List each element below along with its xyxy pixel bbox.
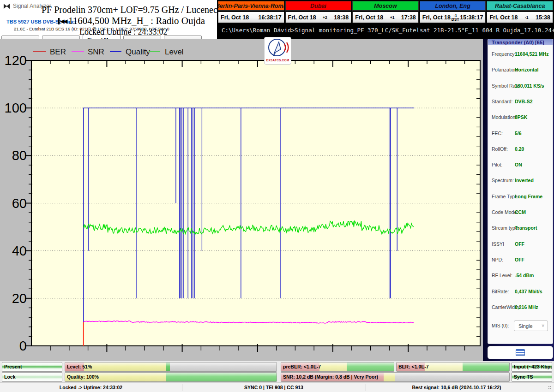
transponder-row: Standard:DVB-S2 <box>488 99 553 106</box>
clock-date: Fri, Oct 18 <box>422 14 451 21</box>
legend-label-ber: BER <box>50 48 66 56</box>
dxsatcs-logo-graphic <box>265 37 290 58</box>
signal-history-chart: 020406080100120BERSNRQualityLevel <box>0 45 483 361</box>
clock-time-cell: Fri, Oct 18+218:38 <box>285 12 352 23</box>
clock-city-header: Berlin-Paris-Vienna-Roma <box>218 1 284 11</box>
transponder-row-label: ISSYI <box>492 241 504 247</box>
chevron-down-icon: ˅ <box>542 321 544 331</box>
transponder-row: Frame Type:Long Frame <box>488 194 553 201</box>
rewind-icon[interactable]: ◀◀ <box>58 18 66 24</box>
signal-chart-region: 020406080100120BERSNRQualityLevel <box>0 39 483 361</box>
clock-city-header: Rabat-Casablanca <box>487 1 553 11</box>
transponder-row: RollOff:0.20 <box>488 146 553 154</box>
mis-dropdown[interactable]: Single ˅ <box>514 321 548 331</box>
transponder-row-label: Modulation: <box>492 114 517 120</box>
transponder-row-value: CCM <box>515 209 526 215</box>
transponder-panel-header: Transponder (A0) [65] <box>488 39 553 45</box>
svg-text:120: 120 <box>5 53 27 68</box>
clock-city-header: London, Eng <box>420 1 486 11</box>
transponder-row-label: RF Level: <box>492 273 512 278</box>
status-best-signal: Best signal: 10,6 dB (2024-10-17 16:22) <box>366 383 547 392</box>
clock-time-cell: Fri, Oct 18+117:38 <box>352 12 419 23</box>
transponder-panel: Transponder (A0) [65] Frequency:11604,52… <box>488 39 553 344</box>
transponder-row-value: 0.20 <box>515 146 524 152</box>
transponder-row-value: -54 dBm <box>515 273 534 278</box>
legend-label-quality: Quality <box>126 48 150 56</box>
transponder-row: Symbol Rate:180,011 KS/s <box>488 83 553 90</box>
ber-bar: BER: <1.0E-7 <box>396 362 510 372</box>
transponder-row: FEC:5/6 <box>488 131 553 138</box>
transponder-row-value: DVB-S2 <box>515 99 533 104</box>
console-window: Berlin-Paris-Vienna-RomaDubaiMoscowLondo… <box>217 0 554 39</box>
transponder-row-label: RollOff: <box>492 146 508 152</box>
transponder-row: BitRate:0,437 Mbit/s <box>488 289 553 296</box>
status-uptime: Locked -> Uptime: 24:33:02 <box>0 383 182 392</box>
transponder-row: Code Mode:CCM <box>488 209 553 217</box>
right-panel-zone: Transponder (A0) [65] Frequency:11604,52… <box>483 39 554 361</box>
status-bar: Locked -> Uptime: 24:33:02 SYNC 0 | TEI … <box>0 382 554 392</box>
transponder-row-value: 0,437 Mbit/s <box>515 289 542 294</box>
world-clocks: Berlin-Paris-Vienna-RomaDubaiMoscowLondo… <box>218 1 553 23</box>
lock-indicator: Lock <box>2 372 62 382</box>
transponder-row-value: ON <box>515 162 522 167</box>
transponder-row: RF Level:-54 dBm <box>488 273 553 280</box>
transponder-row: Frequency:11604,521 MHz <box>488 51 553 59</box>
clock-utc-offset: -1 <box>518 16 536 19</box>
transponder-row-label: Standard: <box>492 99 513 104</box>
clock-city-header: Dubai <box>285 1 352 11</box>
preber-bar: preBER: <1.0E-7 <box>281 362 394 372</box>
transponder-row-value: 8PSK <box>515 114 527 120</box>
transponder-row-value: 180,011 KS/s <box>515 83 544 89</box>
transponder-row-value: OFF <box>515 241 524 247</box>
clock-time: 17:38 <box>401 14 416 21</box>
level-bar: Level: 51% <box>65 362 277 372</box>
clock-time: 18:38 <box>334 14 349 21</box>
mis-row: MIS (0): Single ˅ <box>488 323 553 330</box>
transponder-row: Pilot:ON <box>488 162 553 169</box>
clock-time-cell: Fri, Oct 18-1DST15:38:17 <box>420 12 486 23</box>
clock-utc-offset: +2 <box>316 16 334 19</box>
transponder-row-label: NPD: <box>492 257 503 262</box>
legend-label-level: Level <box>165 48 184 56</box>
snr-bar: SNR: 10,2 dB (Margin: 0,8 dB | Very Poor… <box>281 372 510 382</box>
clock-date: Fri, Oct 18 <box>489 14 518 21</box>
clock-utc-offset: +1 <box>383 16 401 19</box>
mis-value: Single <box>518 323 533 329</box>
transponder-row-value: 0,216 MHz <box>515 304 538 310</box>
transponder-row-value: Long Frame <box>515 194 542 199</box>
transponder-row: Spectrum:Inverted <box>488 178 553 185</box>
resize-grip[interactable] <box>548 386 553 390</box>
transponder-row-label: FEC: <box>492 131 503 136</box>
status-sync-counters: SYNC 0 | TEI 908 | CC 913 <box>182 383 365 392</box>
transponder-row-label: Spectrum: <box>492 178 514 183</box>
sync-ts-indicator: Sync TS <box>512 372 552 382</box>
clock-time: 15:38 <box>536 14 550 21</box>
svg-text:40: 40 <box>12 244 27 258</box>
clock-date: Fri, Oct 18 <box>288 14 316 21</box>
transponder-row-label: Frequency: <box>492 51 516 57</box>
transponder-row-value: 5/6 <box>515 131 522 136</box>
save-button[interactable] <box>488 346 553 359</box>
transponder-row: Polarization:Horizontal <box>488 67 553 74</box>
clock-utc-offset: -1DST <box>451 14 460 21</box>
transponder-row: Stream type:Transport <box>488 225 553 232</box>
frequency-title: 11604,500 MHz_H_ : Radio Oujda <box>68 15 205 27</box>
svg-text:60: 60 <box>12 196 27 211</box>
mis-label: MIS (0): <box>492 323 509 328</box>
signal-bars-zone: Present Level: 51% preBER: <1.0E-7 BER: … <box>0 361 554 382</box>
dxsatcs-logo: DXSATCS.COM <box>264 37 291 65</box>
transponder-row-value: 11604,521 MHz <box>515 51 549 57</box>
dxsatcs-logo-text: DXSATCS.COM <box>265 59 291 62</box>
transponder-row-label: Code Mode: <box>492 209 518 215</box>
transponder-row-value: OFF <box>515 257 524 262</box>
transponder-row-label: BitRate: <box>492 289 509 294</box>
svg-text:0: 0 <box>19 339 27 353</box>
input-indicator: Input (~423 Kbps) <box>512 362 552 372</box>
app-icon <box>3 3 10 10</box>
svg-text:20: 20 <box>12 291 27 306</box>
clock-time: 15:38:17 <box>460 14 483 21</box>
console-command-line: C:\Users\Roman Dávid>Signal monitoring_P… <box>222 27 554 34</box>
transponder-row: CarrierWidth:0,216 MHz <box>488 304 553 312</box>
transponder-row-value: Transport <box>515 225 537 231</box>
clock-city-header: Moscow <box>352 1 419 11</box>
